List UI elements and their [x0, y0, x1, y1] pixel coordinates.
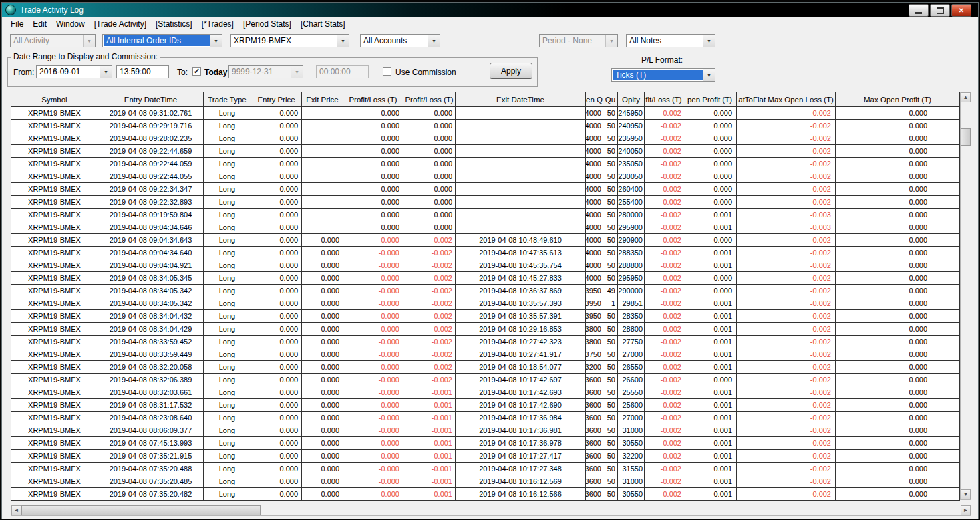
- table-row[interactable]: XRPM19-BMEX2019-04-08 09:29:19.716Long0.…: [11, 120, 960, 132]
- activity-filter-dropdown[interactable]: All Activity ▼: [10, 34, 96, 47]
- scroll-up-icon[interactable]: ▲: [961, 92, 971, 102]
- maximize-button[interactable]: [930, 4, 950, 17]
- cell: 0.000: [251, 374, 302, 386]
- horizontal-scroll-thumb[interactable]: [21, 505, 261, 515]
- chevron-down-icon[interactable]: ▼: [210, 35, 222, 47]
- table-row[interactable]: XRPM19-BMEX2019-04-08 07:35:20.482Long0.…: [11, 488, 960, 501]
- table-row[interactable]: XRPM19-BMEX2019-04-08 09:04:34.643Long0.…: [11, 234, 960, 247]
- vertical-scroll-thumb[interactable]: [961, 128, 971, 146]
- column-header[interactable]: Symbol: [11, 92, 98, 107]
- scroll-right-icon[interactable]: ►: [961, 505, 971, 515]
- table-row[interactable]: XRPM19-BMEX2019-04-08 09:31:02.761Long0.…: [11, 107, 960, 120]
- pl-format-dropdown[interactable]: Ticks (T) ▼: [611, 68, 715, 82]
- column-header[interactable]: fit/Loss (T): [645, 92, 683, 107]
- table-row[interactable]: XRPM19-BMEX2019-04-08 09:22:32.893Long0.…: [11, 196, 960, 209]
- cell: 0.000: [683, 145, 737, 158]
- table-row[interactable]: XRPM19-BMEX2019-04-08 09:04:34.646Long0.…: [11, 221, 960, 234]
- cell: XRPM19-BMEX: [11, 424, 98, 437]
- table-row[interactable]: XRPM19-BMEX2019-04-08 07:35:20.488Long0.…: [11, 463, 960, 475]
- column-header[interactable]: en Q: [586, 92, 603, 107]
- minimize-button[interactable]: [909, 4, 929, 17]
- column-header[interactable]: Entry DateTime: [98, 92, 204, 107]
- chevron-down-icon[interactable]: ▼: [703, 69, 715, 81]
- menu-item[interactable]: [Statistics]: [151, 19, 197, 29]
- notes-dropdown[interactable]: All Notes ▼: [626, 34, 715, 47]
- cell: 50: [603, 412, 618, 424]
- column-header[interactable]: Trade Type: [204, 92, 251, 107]
- cell: 295900: [618, 221, 645, 234]
- from-time-input[interactable]: 13:59:00: [116, 65, 169, 78]
- table-row[interactable]: XRPM19-BMEX2019-04-08 08:34:05.345Long0.…: [11, 272, 960, 285]
- column-header[interactable]: atToFlat Max Open Loss (T): [737, 92, 836, 107]
- table-row[interactable]: XRPM19-BMEX2019-04-08 08:33:59.449Long0.…: [11, 348, 960, 361]
- table-row[interactable]: XRPM19-BMEX2019-04-08 09:22:44.659Long0.…: [11, 145, 960, 158]
- chevron-down-icon[interactable]: ▼: [83, 35, 95, 47]
- close-button[interactable]: ✕: [951, 4, 971, 17]
- chevron-down-icon[interactable]: ▼: [337, 35, 349, 47]
- column-header[interactable]: Opity: [618, 92, 645, 107]
- menu-item[interactable]: [Trade Activity]: [90, 19, 151, 29]
- vertical-scrollbar[interactable]: ▲ ▼: [960, 92, 971, 500]
- chevron-down-icon[interactable]: ▼: [703, 35, 715, 47]
- column-header[interactable]: Max Open Profit (T): [836, 92, 960, 107]
- table-row[interactable]: XRPM19-BMEX2019-04-08 07:35:21.915Long0.…: [11, 450, 960, 463]
- column-header[interactable]: Profit/Loss (T): [343, 92, 403, 107]
- table-row[interactable]: XRPM19-BMEX2019-04-08 09:04:04.921Long0.…: [11, 259, 960, 272]
- apply-button[interactable]: Apply: [490, 63, 532, 79]
- internal-order-ids-dropdown[interactable]: All Internal Order IDs ▼: [102, 34, 222, 47]
- table-row[interactable]: XRPM19-BMEX2019-04-08 08:33:59.452Long0.…: [11, 336, 960, 348]
- horizontal-scrollbar[interactable]: ◄ ►: [11, 505, 971, 516]
- table-row[interactable]: XRPM19-BMEX2019-04-08 09:22:44.059Long0.…: [11, 158, 960, 170]
- to-date-dropdown[interactable]: 9999-12-31 ▼: [228, 65, 303, 78]
- table-row[interactable]: XRPM19-BMEX2019-04-08 08:34:04.432Long0.…: [11, 310, 960, 323]
- table-row[interactable]: XRPM19-BMEX2019-04-08 08:31:17.532Long0.…: [11, 399, 960, 412]
- column-header[interactable]: Profit/Loss (T): [403, 92, 456, 107]
- menu-item[interactable]: [Period Stats]: [238, 19, 296, 29]
- table-row[interactable]: XRPM19-BMEX2019-04-08 08:32:03.661Long0.…: [11, 386, 960, 399]
- from-date-dropdown[interactable]: 2016-09-01 ▼: [36, 65, 112, 78]
- period-dropdown[interactable]: Period - None ▼: [539, 34, 618, 47]
- menu-item[interactable]: [Chart Stats]: [296, 19, 350, 29]
- use-commission-checkbox[interactable]: ✓: [383, 67, 391, 76]
- chevron-down-icon[interactable]: ▼: [291, 66, 303, 78]
- today-checkbox[interactable]: ✓: [192, 67, 201, 76]
- menu-item[interactable]: File: [6, 19, 28, 29]
- menu-item[interactable]: Window: [51, 19, 90, 29]
- table-row[interactable]: XRPM19-BMEX2019-04-08 09:19:59.804Long0.…: [11, 209, 960, 221]
- table-row[interactable]: XRPM19-BMEX2019-04-08 08:34:04.429Long0.…: [11, 323, 960, 336]
- table-row[interactable]: XRPM19-BMEX2019-04-08 09:22:34.347Long0.…: [11, 183, 960, 196]
- scroll-left-icon[interactable]: ◄: [11, 505, 21, 515]
- menu-item[interactable]: Edit: [28, 19, 51, 29]
- scroll-down-icon[interactable]: ▼: [961, 489, 971, 499]
- title-bar[interactable]: Trade Activity Log ✕: [2, 3, 978, 17]
- accounts-dropdown[interactable]: All Accounts ▼: [360, 34, 440, 47]
- column-header[interactable]: Exit Price: [302, 92, 343, 107]
- column-header[interactable]: Qu: [603, 92, 618, 107]
- table-row[interactable]: XRPM19-BMEX2019-04-08 08:32:20.058Long0.…: [11, 361, 960, 374]
- table-row[interactable]: XRPM19-BMEX2019-04-08 07:45:13.993Long0.…: [11, 437, 960, 450]
- table-row[interactable]: XRPM19-BMEX2019-04-08 08:34:05.342Long0.…: [11, 297, 960, 310]
- table-row[interactable]: XRPM19-BMEX2019-04-08 09:22:44.055Long0.…: [11, 170, 960, 183]
- table-row[interactable]: XRPM19-BMEX2019-04-08 07:35:20.485Long0.…: [11, 475, 960, 488]
- table-row[interactable]: XRPM19-BMEX2019-04-08 08:34:05.342Long0.…: [11, 285, 960, 297]
- horizontal-scroll-track[interactable]: [261, 505, 961, 515]
- table-row[interactable]: XRPM19-BMEX2019-04-08 08:32:06.389Long0.…: [11, 374, 960, 386]
- column-header[interactable]: Entry Price: [251, 92, 302, 107]
- column-header[interactable]: Exit DateTime: [456, 92, 586, 107]
- table-row[interactable]: XRPM19-BMEX2019-04-08 08:23:08.640Long0.…: [11, 412, 960, 424]
- symbol-dropdown[interactable]: XRPM19-BMEX ▼: [230, 34, 349, 47]
- chevron-down-icon[interactable]: ▼: [428, 35, 440, 47]
- chevron-down-icon[interactable]: ▼: [605, 35, 617, 47]
- column-header[interactable]: pen Profit (T): [683, 92, 737, 107]
- cell: -0.002: [403, 323, 456, 336]
- menu-item[interactable]: [*Trades]: [197, 19, 238, 29]
- chevron-down-icon[interactable]: ▼: [100, 66, 112, 78]
- cell: -0.002: [403, 247, 456, 259]
- dropdown-value: All Accounts: [361, 35, 428, 47]
- cell: 0.000: [836, 412, 960, 424]
- table-row[interactable]: XRPM19-BMEX2019-04-08 09:28:02.235Long0.…: [11, 132, 960, 145]
- table-row[interactable]: XRPM19-BMEX2019-04-08 09:04:34.640Long0.…: [11, 247, 960, 259]
- to-time-input[interactable]: 00:00:00: [316, 65, 369, 78]
- cell: -0.000: [343, 336, 403, 348]
- table-row[interactable]: XRPM19-BMEX2019-04-08 08:06:09.377Long0.…: [11, 424, 960, 437]
